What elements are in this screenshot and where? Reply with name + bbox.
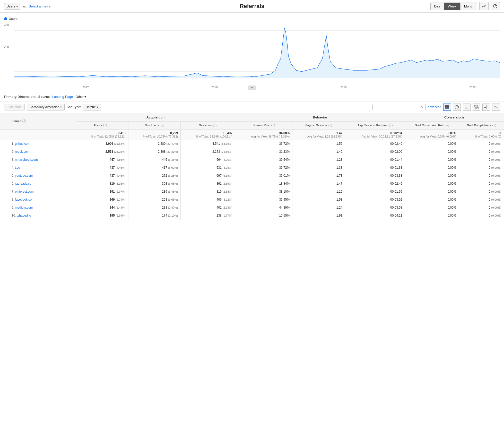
row-avgsession-7: 00:03:52 bbox=[345, 196, 405, 204]
source-link-4[interactable]: youtube.com bbox=[15, 174, 33, 177]
source-link-2[interactable]: m.facebook.com bbox=[15, 158, 38, 161]
x-label-2018: 2018 bbox=[211, 86, 218, 89]
row-source-0: 1. github.com bbox=[9, 140, 76, 148]
sessions-help-icon[interactable]: ? bbox=[213, 124, 216, 127]
totals-goalcomp: 0 % of Total: 0.00% (0) bbox=[459, 130, 504, 140]
row-bounce-5: 18.84% bbox=[235, 180, 292, 188]
pages-session-col-header: Pages / Session ? bbox=[292, 122, 345, 130]
users-help-icon[interactable]: ? bbox=[103, 124, 107, 127]
source-link-1[interactable]: reddit.com bbox=[15, 150, 29, 153]
source-col-header: Source ? bbox=[9, 113, 76, 130]
chevron-down-icon: ▾ bbox=[16, 4, 18, 8]
day-button[interactable]: Day bbox=[430, 3, 444, 10]
sort-type-label: Sort Type: bbox=[67, 105, 81, 109]
goal-conv-help-icon[interactable]: ? bbox=[446, 124, 449, 127]
source-link-5[interactable]: radreads.co bbox=[15, 182, 31, 185]
select-metric-link[interactable]: Select a metric bbox=[29, 4, 51, 8]
search-icon[interactable]: ⚲ bbox=[421, 105, 423, 109]
row-source-5: 6. radreads.co bbox=[9, 180, 76, 188]
totals-bounce: 34.88% Avg for View: 36.75% (-5.09%) bbox=[235, 130, 292, 140]
row-checkbox-7[interactable] bbox=[0, 196, 9, 204]
chevron-down-icon: ▾ bbox=[97, 105, 98, 109]
secondary-dimension-dropdown[interactable]: Secondary dimension ▾ bbox=[27, 104, 65, 110]
row-goalcomp-0: 0 (0.00%) bbox=[459, 140, 504, 148]
row-checkbox-2[interactable] bbox=[0, 156, 9, 164]
line-chart-icon[interactable] bbox=[479, 2, 489, 10]
new-users-col-header: New Users ? bbox=[128, 122, 181, 130]
source-link-7[interactable]: facebook.com bbox=[15, 198, 34, 201]
row-bounce-6: 38.10% bbox=[235, 188, 292, 196]
row-newusers-9: 174 (2.10%) bbox=[128, 212, 181, 220]
row-checkbox-0[interactable] bbox=[0, 140, 9, 148]
row-bounce-3: 36.72% bbox=[235, 164, 292, 172]
source-link-9[interactable]: tshaped.io bbox=[17, 214, 31, 217]
source-help-icon[interactable]: ? bbox=[22, 119, 26, 123]
row-goalcomp-7: 0 (0.00%) bbox=[459, 196, 504, 204]
row-checkbox-3[interactable] bbox=[0, 164, 9, 172]
search-input[interactable] bbox=[375, 105, 421, 109]
table-row: 5. youtube.com 437 (4.46%) 272 (3.28%) 6… bbox=[0, 172, 504, 180]
term-cloud-icon[interactable]: AabbCc bbox=[492, 104, 500, 111]
header: Users ▾ vs. Select a metric Referrals Da… bbox=[0, 0, 504, 13]
pivot-view-icon[interactable] bbox=[473, 104, 480, 111]
totals-checkbox bbox=[0, 130, 9, 140]
totals-sessions: 13,437 % of Total: 12.89% (104,214) bbox=[181, 130, 235, 140]
month-button[interactable]: Month bbox=[460, 3, 477, 10]
vs-text: vs. bbox=[22, 4, 27, 8]
row-avgsession-3: 00:01:33 bbox=[345, 164, 405, 172]
users-metric-dropdown[interactable]: Users ▾ bbox=[4, 3, 20, 10]
chart-area: Users 400 200 2017 2018 2019 2020 bbox=[0, 13, 504, 92]
users-legend-label: Users bbox=[9, 17, 18, 21]
source-link-0[interactable]: github.com bbox=[15, 142, 30, 146]
row-checkbox-4[interactable] bbox=[0, 172, 9, 180]
bounce-help-icon[interactable]: ? bbox=[271, 124, 275, 127]
advanced-link[interactable]: advanced bbox=[428, 105, 441, 109]
source-link-8[interactable]: medium.com bbox=[15, 206, 33, 209]
pie-view-icon[interactable] bbox=[453, 104, 461, 111]
week-button[interactable]: Week bbox=[444, 3, 460, 10]
source-link-6[interactable]: pinterest.com bbox=[15, 190, 33, 193]
dim-other-label: Other bbox=[75, 95, 84, 99]
row-goalconv-1: 0.00% bbox=[405, 148, 459, 156]
row-avgsession-0: 00:02:49 bbox=[345, 140, 405, 148]
totals-users: 9,413 % of Total: 12.05% (78,121) bbox=[76, 130, 128, 140]
dim-landing-page-link[interactable]: Landing Page bbox=[52, 95, 73, 99]
row-bounce-2: 39.54% bbox=[235, 156, 292, 164]
source-link-3[interactable]: t.co bbox=[15, 166, 20, 169]
svg-rect-5 bbox=[445, 105, 449, 106]
pages-help-icon[interactable]: ? bbox=[328, 124, 332, 127]
row-pages-9: 1.91 bbox=[292, 212, 345, 220]
chart-legend: Users bbox=[4, 17, 500, 21]
row-checkbox-1[interactable] bbox=[0, 148, 9, 156]
row-checkbox-9[interactable] bbox=[0, 212, 9, 220]
goal-comp-help-icon[interactable]: ? bbox=[492, 124, 496, 127]
row-sessions-7: 406 (3.02%) bbox=[181, 196, 235, 204]
dim-source-active: Source bbox=[38, 95, 50, 99]
bar-view-icon[interactable] bbox=[463, 104, 471, 111]
avg-session-help-icon[interactable]: ? bbox=[389, 124, 393, 127]
dim-other-dropdown[interactable]: Other ▾ bbox=[75, 95, 86, 99]
row-checkbox-5[interactable] bbox=[0, 180, 9, 188]
sessions-col-header: Sessions ? bbox=[181, 122, 235, 130]
new-users-help-icon[interactable]: ? bbox=[161, 124, 164, 127]
row-users-1: 2,573 (26.25%) bbox=[76, 148, 128, 156]
header-left: Users ▾ vs. Select a metric bbox=[4, 3, 51, 10]
table-row: 1. github.com 3,096 (31.58%) 2,280 (27.4… bbox=[0, 140, 504, 148]
y-axis-200: 200 bbox=[4, 45, 14, 48]
totals-avgsession: 00:02:34 Avg for View: 00:02:11 (17.23%) bbox=[345, 130, 405, 140]
row-newusers-4: 272 (3.28%) bbox=[128, 172, 181, 180]
row-bounce-0: 33.72% bbox=[235, 140, 292, 148]
pie-chart-icon[interactable] bbox=[491, 2, 500, 10]
table-view-icon[interactable] bbox=[443, 104, 451, 111]
plot-rows-button[interactable]: Plot Rows bbox=[4, 104, 25, 110]
avg-session-col-header: Avg. Session Duration ? bbox=[345, 122, 405, 130]
row-checkbox-8[interactable] bbox=[0, 204, 9, 212]
x-label-2020: 2020 bbox=[469, 86, 475, 89]
behavior-group-header: Behavior bbox=[235, 113, 405, 122]
row-source-7: 8. facebook.com bbox=[9, 196, 76, 204]
row-checkbox-6[interactable] bbox=[0, 188, 9, 196]
compare-view-icon[interactable] bbox=[482, 104, 490, 111]
row-source-2: 3. m.facebook.com bbox=[9, 156, 76, 164]
svg-rect-19 bbox=[487, 107, 488, 107]
sort-type-dropdown[interactable]: Default ▾ bbox=[83, 104, 101, 110]
